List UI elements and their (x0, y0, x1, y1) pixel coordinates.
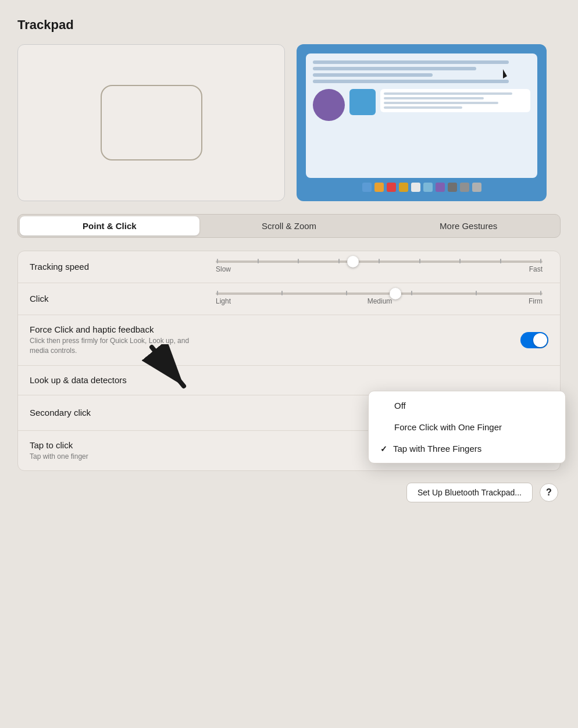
tap-to-click-label: Tap to click (30, 440, 73, 450)
tabs-container: Point & Click Scroll & Zoom More Gesture… (17, 214, 561, 238)
demo-card-purple (313, 89, 345, 121)
click-label-col: Click (30, 294, 210, 304)
tracking-speed-control[interactable]: Slow Fast (210, 260, 548, 273)
tracking-speed-label: Tracking speed (30, 262, 89, 272)
tracking-speed-label-col: Tracking speed (30, 262, 210, 272)
demo-line (313, 80, 509, 83)
force-click-control[interactable] (210, 332, 548, 348)
demo-dot (436, 183, 445, 192)
demo-dot (423, 183, 433, 192)
popup-item-force-click[interactable]: Force Click with One Finger (369, 416, 565, 438)
demo-lines (313, 60, 530, 83)
force-click-label: Force Click and haptic feedback (30, 324, 154, 334)
demo-cards (313, 89, 530, 121)
bluetooth-trackpad-button[interactable]: Set Up Bluetooth Trackpad... (406, 483, 533, 502)
tracking-speed-row: Tracking speed Slow Fast (18, 251, 560, 283)
demo-dot (411, 183, 420, 192)
trackpad-preview (17, 44, 285, 201)
click-slider-wrapper[interactable]: Light Medium Firm (210, 292, 548, 305)
demo-screen-preview (297, 44, 547, 201)
click-row: Click Light Medium Firm (18, 283, 560, 315)
secondary-click-label-col: Secondary click (30, 408, 210, 418)
look-up-dropdown-popup[interactable]: Off Force Click with One Finger Tap with… (368, 391, 566, 463)
demo-line (313, 73, 433, 77)
tap-to-click-sublabel: Tap with one finger (30, 452, 192, 462)
tracking-fast-label: Fast (529, 265, 543, 273)
click-thumb[interactable] (390, 288, 401, 299)
click-medium-label: Medium (368, 297, 393, 305)
bottom-bar: Set Up Bluetooth Trackpad... ? (17, 483, 561, 502)
tab-more-gestures[interactable]: More Gestures (379, 216, 558, 235)
popup-item-off[interactable]: Off (369, 395, 565, 416)
tap-to-click-label-col: Tap to click Tap with one finger (30, 440, 210, 462)
demo-card-white (380, 89, 530, 112)
tracking-slow-label: Slow (216, 265, 231, 273)
demo-dot (399, 183, 408, 192)
demo-dot (460, 183, 469, 192)
force-click-toggle[interactable] (520, 332, 548, 348)
click-ticks (216, 292, 543, 295)
demo-dot (374, 183, 384, 192)
popup-item-tap-three[interactable]: Tap with Three Fingers (369, 438, 565, 459)
force-click-label-col: Force Click and haptic feedback Click th… (30, 324, 210, 356)
demo-line (313, 67, 476, 70)
demo-dot (387, 183, 396, 192)
click-light-label: Light (216, 297, 231, 305)
look-up-label-col: Look up & data detectors (30, 375, 210, 386)
tab-point-click[interactable]: Point & Click (20, 216, 199, 235)
demo-dots-row (362, 183, 481, 192)
force-click-sublabel: Click then press firmly for Quick Look, … (30, 336, 192, 356)
help-button[interactable]: ? (540, 483, 558, 502)
click-label: Click (30, 294, 49, 304)
secondary-click-label: Secondary click (30, 408, 91, 417)
slider-ticks (216, 260, 543, 263)
settings-panel: Tracking speed Slow Fast (17, 251, 561, 471)
tracking-speed-slider-wrapper[interactable]: Slow Fast (210, 260, 548, 273)
click-labels: Light Medium Firm (210, 297, 548, 305)
tracking-speed-track[interactable] (216, 260, 543, 263)
preview-row (17, 44, 561, 201)
tracking-speed-thumb[interactable] (347, 256, 359, 267)
look-up-label: Look up & data detectors (30, 375, 127, 385)
demo-dot (448, 183, 457, 192)
click-track[interactable] (216, 292, 543, 295)
tracking-speed-labels: Slow Fast (210, 265, 548, 273)
demo-card-blue (349, 89, 376, 115)
demo-dot (362, 183, 372, 192)
trackpad-icon (101, 85, 202, 160)
tab-scroll-zoom[interactable]: Scroll & Zoom (199, 216, 379, 235)
demo-screen (306, 53, 537, 178)
force-click-row: Force Click and haptic feedback Click th… (18, 315, 560, 366)
demo-dot (472, 183, 481, 192)
demo-line (313, 60, 509, 64)
force-click-toggle-knob (533, 333, 547, 347)
click-firm-label: Firm (529, 297, 543, 305)
page-title: Trackpad (17, 17, 561, 33)
click-control[interactable]: Light Medium Firm (210, 292, 548, 305)
